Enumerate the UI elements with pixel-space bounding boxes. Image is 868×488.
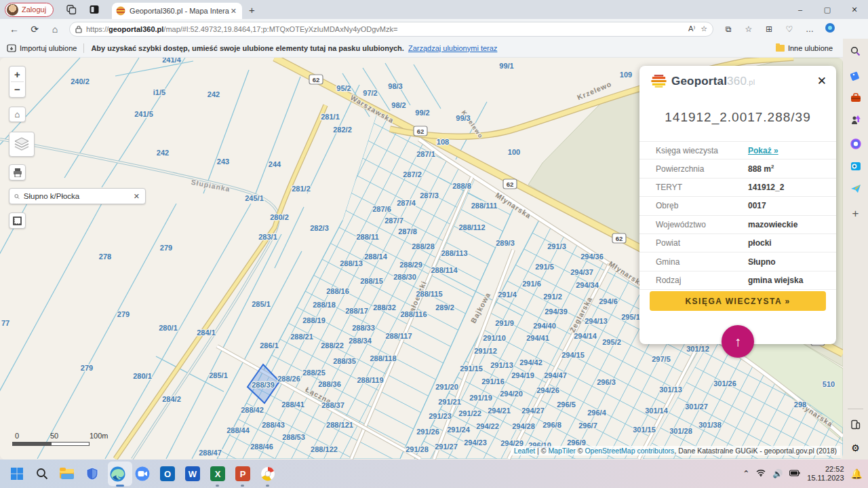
svg-text:296/4: 296/4 — [587, 409, 606, 417]
svg-text:291/24: 291/24 — [447, 426, 471, 434]
svg-text:288/19: 288/19 — [302, 316, 326, 324]
word-icon[interactable]: W — [184, 466, 201, 482]
svg-text:288/121: 288/121 — [326, 421, 353, 429]
sidebar-tools-icon[interactable] — [848, 90, 863, 105]
svg-text:294/19: 294/19 — [511, 371, 534, 379]
other-favorites-button[interactable]: Inne ulubione — [776, 44, 833, 52]
sidebar-drop-icon[interactable] — [848, 181, 863, 195]
geoportal-logo-icon — [650, 73, 667, 90]
more-menu-icon[interactable]: … — [804, 24, 815, 34]
osm-link[interactable]: OpenStreetMap contributors — [585, 447, 674, 455]
svg-text:288/46: 288/46 — [250, 443, 273, 451]
svg-text:296/5: 296/5 — [557, 400, 576, 409]
browser-essentials-icon[interactable]: ♡ — [784, 24, 795, 34]
read-aloud-icon[interactable]: A⁾ — [688, 24, 695, 33]
zoom-out-button[interactable]: − — [9, 82, 25, 97]
svg-text:291/26: 291/26 — [416, 428, 439, 436]
notification-bell-icon[interactable]: 🔔 — [851, 468, 863, 479]
browser-toolbar: ← ⟳ ⌂ https://geoportal360.pl/map/#l:52.… — [0, 19, 868, 39]
refresh-icon[interactable]: ⟳ — [28, 23, 41, 35]
svg-text:288/36: 288/36 — [318, 380, 341, 388]
scroll-top-button[interactable]: ↑ — [722, 325, 754, 358]
sidebar-copilot-icon[interactable] — [848, 136, 863, 151]
zoom-icon[interactable] — [134, 466, 151, 482]
tray-chevron-icon[interactable]: ⌃ — [743, 469, 749, 478]
search-input[interactable] — [24, 192, 128, 200]
maximize-button[interactable]: ▢ — [814, 0, 841, 19]
svg-text:288/37: 288/37 — [321, 401, 344, 409]
workspaces-icon[interactable] — [66, 4, 77, 15]
favorites-icon[interactable]: ☆ — [743, 24, 754, 34]
pokaz-link[interactable]: Pokaż » — [748, 146, 778, 155]
browser-tab[interactable]: Geoportal360.pl - Mapa Interakt ✕ — [112, 3, 242, 19]
favorite-star-icon[interactable]: ☆ — [701, 24, 707, 33]
sidebar-add-icon[interactable]: + — [848, 206, 863, 221]
url-text: https://geoportal360.pl/map/#l:52.49732,… — [86, 25, 683, 33]
svg-text:294/41: 294/41 — [526, 334, 549, 342]
svg-text:98/2: 98/2 — [391, 101, 406, 109]
svg-text:301/12: 301/12 — [686, 345, 709, 353]
minimize-button[interactable]: – — [787, 0, 814, 19]
svg-text:241/5: 241/5 — [134, 110, 153, 118]
leaflet-link[interactable]: Leaflet — [514, 447, 536, 455]
new-tab-button[interactable]: + — [249, 4, 255, 16]
favorites-hint: Aby uzyskać szybki dostęp, umieść swoje … — [91, 44, 404, 52]
tab-close-icon[interactable]: ✕ — [229, 7, 238, 16]
svg-text:99/1: 99/1 — [499, 62, 513, 70]
edge-icon[interactable] — [109, 466, 125, 482]
start-button[interactable] — [9, 466, 25, 482]
browser-app-icon[interactable] — [260, 466, 276, 482]
back-icon[interactable]: ← — [8, 23, 20, 35]
parcel-id: 141912_2.0017.288/39 — [639, 110, 836, 125]
svg-text:301/15: 301/15 — [633, 426, 656, 434]
sidebar-settings-icon[interactable]: ⚙ — [848, 440, 863, 455]
split-screen-icon[interactable]: ⧉ — [723, 24, 734, 34]
layers-button[interactable] — [9, 132, 35, 157]
sidebar-phone-icon[interactable] — [848, 417, 863, 432]
svg-text:294/36: 294/36 — [580, 252, 604, 261]
file-explorer-icon[interactable] — [59, 466, 75, 482]
svg-text:97/2: 97/2 — [363, 89, 377, 97]
address-bar[interactable]: https://geoportal360.pl/map/#l:52.49732,… — [69, 22, 713, 37]
close-button[interactable]: ✕ — [841, 0, 868, 19]
vertical-tabs-icon[interactable] — [89, 4, 100, 15]
profile-login-chip[interactable]: Zaloguj — [5, 3, 54, 17]
taskbar-search-icon[interactable] — [34, 466, 50, 482]
home-icon[interactable]: ⌂ — [49, 23, 61, 35]
ksiega-wieczysta-button[interactable]: KSIĘGA WIECZYSTA » — [650, 291, 826, 311]
windows-security-icon[interactable] — [84, 466, 100, 482]
volume-icon[interactable]: 🔊 — [772, 469, 783, 478]
print-button[interactable] — [9, 164, 26, 181]
panel-close-icon[interactable]: ✕ — [817, 74, 827, 88]
svg-text:288/14: 288/14 — [364, 252, 388, 261]
maptiler-link[interactable]: MapTiler — [548, 447, 575, 455]
sidebar-outlook-icon[interactable] — [848, 159, 863, 173]
sidebar-search-icon[interactable] — [848, 44, 863, 58]
measure-button[interactable] — [9, 212, 26, 229]
collections-icon[interactable]: ⊞ — [764, 24, 774, 34]
svg-text:288/119: 288/119 — [357, 376, 383, 384]
svg-text:287/1: 287/1 — [416, 150, 435, 158]
sidebar-games-icon[interactable] — [848, 113, 863, 127]
import-favorites-button[interactable]: Importuj ulubione — [7, 44, 77, 52]
search-icon — [14, 192, 20, 201]
map-search-box[interactable]: ✕ — [9, 188, 146, 204]
search-clear-icon[interactable]: ✕ — [128, 192, 145, 201]
outlook-icon[interactable]: O — [159, 466, 176, 482]
map-home-button[interactable]: ⌂ — [9, 107, 26, 122]
sidebar-shopping-icon[interactable] — [848, 68, 863, 82]
battery-icon[interactable] — [789, 469, 800, 478]
excel-icon[interactable]: X — [210, 466, 226, 482]
manage-favorites-link[interactable]: Zarządzaj ulubionymi teraz — [408, 44, 497, 52]
map-container[interactable]: 6262626262WarszawskaKrzelewoKrzelewoMłyn… — [0, 58, 843, 459]
svg-text:294/40: 294/40 — [533, 322, 556, 330]
svg-text:288/17: 288/17 — [345, 307, 368, 315]
wifi-icon[interactable] — [756, 469, 766, 478]
clock[interactable]: 22:52 15.11.2023 — [807, 465, 844, 483]
svg-text:281/2: 281/2 — [292, 185, 311, 193]
svg-text:288/42: 288/42 — [241, 406, 264, 414]
svg-text:287/6: 287/6 — [372, 205, 391, 213]
zoom-in-button[interactable]: + — [9, 67, 25, 81]
copilot-icon[interactable] — [825, 22, 835, 35]
powerpoint-icon[interactable]: P — [235, 466, 251, 482]
